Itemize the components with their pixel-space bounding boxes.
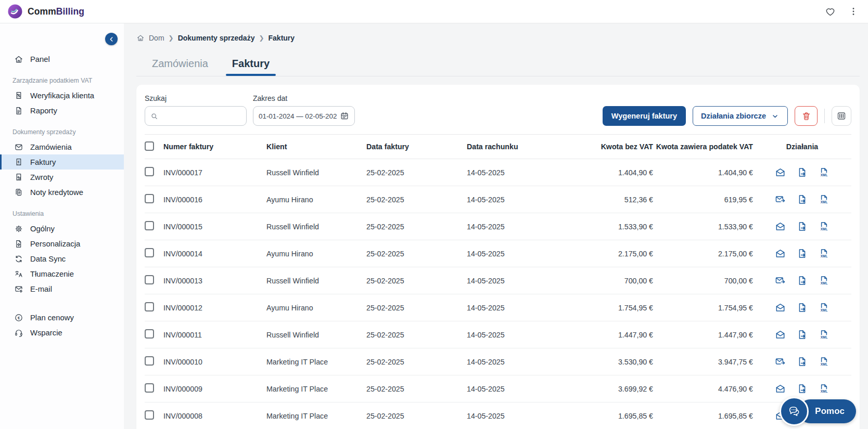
tab-faktury[interactable]: Faktury bbox=[230, 58, 272, 76]
send-email-action[interactable] bbox=[775, 302, 786, 313]
row-checkbox[interactable] bbox=[145, 248, 154, 257]
tab-zamowienia[interactable]: Zamówienia bbox=[150, 58, 210, 76]
favorites-button[interactable] bbox=[823, 4, 838, 19]
table-row[interactable]: INV/000013 Russell Winfield 25-02-2025 1… bbox=[145, 267, 851, 294]
file-export-icon bbox=[797, 167, 808, 178]
cell-gross-amount: 619,95 € bbox=[653, 196, 753, 204]
overflow-menu-button[interactable] bbox=[846, 4, 861, 19]
cell-invoice-number: INV/000008 bbox=[163, 412, 266, 420]
download-xml-action[interactable] bbox=[819, 275, 829, 286]
sidebar-item-personalizacja[interactable]: Personalizacja bbox=[0, 236, 124, 251]
export-document-action[interactable] bbox=[797, 302, 808, 313]
row-checkbox[interactable] bbox=[145, 302, 154, 311]
sidebar-item-zamowienia[interactable]: Zamówienia bbox=[0, 139, 124, 154]
export-document-action[interactable] bbox=[797, 329, 808, 340]
export-document-action[interactable] bbox=[797, 248, 808, 259]
send-email-action[interactable] bbox=[775, 383, 786, 394]
breadcrumb-item-dokumenty[interactable]: Dokumenty sprzedaży bbox=[178, 34, 255, 42]
select-all-checkbox[interactable] bbox=[145, 141, 154, 151]
file-xml-icon bbox=[819, 248, 829, 259]
table-body: INV/000017 Russell Winfield 25-02-2025 1… bbox=[145, 159, 851, 429]
row-checkbox[interactable] bbox=[145, 410, 154, 420]
breadcrumb-item-faktury[interactable]: Faktury bbox=[269, 34, 295, 42]
sidebar-item-e-mail[interactable]: E-mail bbox=[0, 281, 124, 296]
cell-bill-date: 14-05-2025 bbox=[467, 304, 571, 312]
cell-client: Marketing IT Place bbox=[266, 358, 366, 366]
generate-invoices-button[interactable]: Wygeneruj faktury bbox=[603, 106, 686, 126]
sidebar-item-zwroty[interactable]: Zwroty bbox=[0, 170, 124, 185]
send-email-action[interactable] bbox=[775, 248, 786, 259]
download-xml-action[interactable] bbox=[819, 167, 829, 178]
home-icon[interactable] bbox=[136, 34, 145, 42]
sidebar-item-tlumaczenie[interactable]: Tłumaczenie bbox=[0, 266, 124, 281]
sidebar-item-faktury[interactable]: Faktury bbox=[0, 154, 124, 170]
download-xml-action[interactable] bbox=[819, 329, 829, 340]
sidebar-item-raporty[interactable]: Raporty bbox=[0, 103, 124, 118]
download-xml-action[interactable] bbox=[819, 221, 829, 232]
cell-bill-date: 14-05-2025 bbox=[467, 331, 571, 339]
send-email-action[interactable] bbox=[775, 194, 786, 205]
send-email-action[interactable] bbox=[775, 329, 786, 340]
mail-send-icon bbox=[775, 275, 786, 286]
row-checkbox[interactable] bbox=[145, 275, 154, 284]
table-row[interactable]: INV/000014 Ayumu Hirano 25-02-2025 14-05… bbox=[145, 240, 851, 267]
row-checkbox[interactable] bbox=[145, 356, 154, 366]
search-input-box[interactable] bbox=[145, 106, 247, 126]
sidebar-item-weryfikacja-klienta[interactable]: Weryfikacja klienta bbox=[0, 88, 124, 103]
table-row[interactable]: INV/000015 Russell Winfield 25-02-2025 1… bbox=[145, 213, 851, 240]
file-export-icon bbox=[797, 383, 808, 394]
download-xml-action[interactable] bbox=[819, 248, 829, 259]
send-email-action[interactable] bbox=[775, 356, 786, 367]
sidebar-item-ogolny[interactable]: Ogólny bbox=[0, 221, 124, 236]
date-range-input[interactable]: 01-01-2024 — 02-05-202 bbox=[253, 106, 355, 126]
sidebar-item-panel[interactable]: Panel bbox=[0, 51, 124, 67]
download-xml-action[interactable] bbox=[819, 194, 829, 205]
cell-client: Russell Winfield bbox=[266, 277, 366, 285]
export-document-action[interactable] bbox=[797, 167, 808, 178]
download-xml-action[interactable] bbox=[819, 302, 829, 313]
send-email-action[interactable] bbox=[775, 275, 786, 286]
table-row[interactable]: INV/000011 Russell Winfield 25-02-2025 1… bbox=[145, 321, 851, 348]
table-row[interactable]: INV/000016 Ayumu Hirano 25-02-2025 14-05… bbox=[145, 186, 851, 213]
file-xml-icon bbox=[819, 356, 829, 367]
columns-view-button[interactable] bbox=[832, 106, 851, 126]
table-row[interactable]: INV/000012 Ayumu Hirano 25-02-2025 14-05… bbox=[145, 294, 851, 321]
export-document-action[interactable] bbox=[797, 221, 808, 232]
export-document-action[interactable] bbox=[797, 356, 808, 367]
search-field: Szukaj bbox=[145, 94, 247, 126]
sidebar-item-data-sync[interactable]: Data Sync bbox=[0, 251, 124, 266]
brand[interactable]: CommBilling bbox=[7, 4, 84, 19]
cell-invoice-date: 25-02-2025 bbox=[366, 304, 467, 312]
download-xml-action[interactable] bbox=[819, 383, 829, 394]
export-document-action[interactable] bbox=[797, 275, 808, 286]
sidebar-collapse-button[interactable] bbox=[105, 33, 118, 45]
receipt-percent-icon bbox=[14, 91, 23, 100]
row-checkbox[interactable] bbox=[145, 329, 154, 339]
mail-send-icon bbox=[775, 194, 786, 205]
mail-open-icon bbox=[775, 302, 786, 313]
row-checkbox[interactable] bbox=[145, 221, 154, 230]
sidebar-item-plan-cenowy[interactable]: Plan cenowy bbox=[0, 310, 124, 325]
table-row[interactable]: INV/000010 Marketing IT Place 25-02-2025… bbox=[145, 348, 851, 375]
table-row[interactable]: INV/000017 Russell Winfield 25-02-2025 1… bbox=[145, 159, 851, 186]
cell-net-amount: 1.404,90 € bbox=[571, 168, 653, 177]
table-row[interactable]: INV/000009 Marketing IT Place 25-02-2025… bbox=[145, 375, 851, 402]
search-input[interactable] bbox=[162, 112, 241, 120]
help-button[interactable]: Pomoc bbox=[780, 397, 856, 426]
row-checkbox[interactable] bbox=[145, 383, 154, 393]
row-checkbox[interactable] bbox=[145, 167, 154, 176]
download-xml-action[interactable] bbox=[819, 356, 829, 367]
row-checkbox[interactable] bbox=[145, 194, 154, 203]
sidebar-item-noty-kredytowe[interactable]: Noty kredytowe bbox=[0, 185, 124, 200]
send-email-action[interactable] bbox=[775, 221, 786, 232]
sidebar-item-wsparcie[interactable]: Wsparcie bbox=[0, 325, 124, 340]
send-email-action[interactable] bbox=[775, 167, 786, 178]
euro-circle-icon bbox=[14, 313, 23, 322]
delete-button[interactable] bbox=[795, 106, 818, 126]
cell-invoice-date: 25-02-2025 bbox=[366, 331, 467, 339]
breadcrumb-item-dom[interactable]: Dom bbox=[149, 34, 164, 42]
export-document-action[interactable] bbox=[797, 194, 808, 205]
table-row[interactable]: INV/000008 Marketing IT Place 25-02-2025… bbox=[145, 402, 851, 429]
export-document-action[interactable] bbox=[797, 383, 808, 394]
bulk-actions-button[interactable]: Działania zbiorcze bbox=[693, 106, 788, 126]
